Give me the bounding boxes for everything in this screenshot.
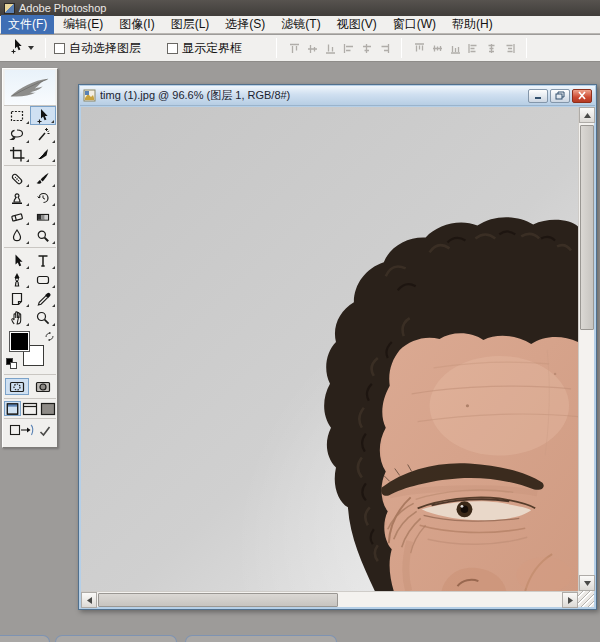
mini-background	[10, 362, 17, 369]
horizontal-scroll-thumb[interactable]	[98, 593, 338, 607]
type-tool[interactable]	[30, 251, 56, 270]
imageready-row	[4, 418, 56, 446]
flyout-indicator	[52, 304, 55, 307]
distribute-buttons-group	[410, 41, 518, 56]
eyedropper-tool[interactable]	[30, 289, 56, 308]
eraser-tool[interactable]	[4, 207, 30, 226]
slice-tool[interactable]	[30, 144, 56, 163]
app-titlebar: Adobe Photoshop	[0, 0, 600, 16]
menu-item-image[interactable]: 图像(I)	[112, 15, 161, 34]
scroll-up-button[interactable]	[579, 107, 595, 123]
edit-in-imageready-button[interactable]	[9, 422, 35, 442]
flyout-indicator	[52, 266, 55, 269]
menu-item-filter[interactable]: 滤镜(T)	[274, 15, 327, 34]
blur-tool[interactable]	[4, 226, 30, 245]
zoom-tool[interactable]	[30, 308, 56, 327]
align-left-edges-button	[340, 41, 356, 56]
flyout-indicator	[26, 304, 29, 307]
fullscreen-mode-button[interactable]	[40, 401, 57, 416]
photoshop-application: Adobe Photoshop 文件(F)编辑(E)图像(I)图层(L)选择(S…	[0, 0, 600, 642]
menu-item-help[interactable]: 帮助(H)	[445, 15, 500, 34]
vertical-scrollbar[interactable]	[578, 107, 594, 591]
separator	[401, 38, 402, 58]
hand-tool[interactable]	[4, 308, 30, 327]
flyout-indicator	[26, 323, 29, 326]
flyout-indicator	[26, 140, 29, 143]
vertical-scroll-thumb[interactable]	[580, 125, 594, 330]
standard-mode-button[interactable]	[5, 378, 29, 395]
move-tool[interactable]	[30, 106, 56, 125]
distribute-top-edges-button	[411, 41, 427, 56]
align-horizontal-centers-button	[358, 41, 374, 56]
document-title: timg (1).jpg @ 96.6% (图层 1, RGB/8#)	[100, 88, 526, 103]
flyout-indicator	[26, 184, 29, 187]
palette-tab-1[interactable]	[0, 635, 50, 642]
arrow-up-icon	[584, 113, 591, 118]
healing-brush-tool[interactable]	[4, 169, 30, 188]
flyout-indicator	[52, 241, 55, 244]
lasso-tool[interactable]	[4, 125, 30, 144]
align-bottom-edges-button	[322, 41, 338, 56]
close-button[interactable]	[572, 89, 592, 103]
resize-grip[interactable]	[578, 591, 594, 607]
swap-colors-icon[interactable]	[44, 331, 55, 342]
path-selection-tool[interactable]	[4, 251, 30, 270]
menu-item-edit[interactable]: 编辑(E)	[56, 15, 110, 34]
notes-tool[interactable]	[4, 289, 30, 308]
scroll-down-button[interactable]	[579, 575, 595, 591]
photoshop-feather-logo[interactable]	[4, 70, 56, 106]
flyout-indicator	[26, 203, 29, 206]
show-bounding-box-checkbox[interactable]	[167, 43, 178, 54]
brush-tool[interactable]	[30, 169, 56, 188]
crop-tool[interactable]	[4, 144, 30, 163]
dodge-tool[interactable]	[30, 226, 56, 245]
align-top-edges-button	[286, 41, 302, 56]
menu-item-select[interactable]: 选择(S)	[218, 15, 272, 34]
fullscreen-with-menubar-mode-button[interactable]	[22, 401, 39, 416]
distribute-bottom-edges-button	[447, 41, 463, 56]
flyout-indicator	[51, 120, 54, 123]
checkbox-group-show-bounding-box: 显示定界框	[167, 40, 242, 57]
pen-tool[interactable]	[4, 270, 30, 289]
separator	[45, 38, 46, 58]
flyout-indicator	[26, 285, 29, 288]
auto-select-layer-checkbox[interactable]	[54, 43, 65, 54]
default-colors-icon[interactable]	[6, 358, 18, 370]
menu-item-file[interactable]: 文件(F)	[1, 15, 54, 34]
arrow-down-icon	[584, 581, 591, 586]
toolbox-palette	[2, 68, 58, 448]
menu-item-view[interactable]: 视图(V)	[330, 15, 384, 34]
horizontal-scrollbar[interactable]	[81, 591, 578, 607]
menu-item-window[interactable]: 窗口(W)	[386, 15, 443, 34]
scroll-left-button[interactable]	[81, 592, 97, 608]
shape-tool[interactable]	[30, 270, 56, 289]
restore-button[interactable]	[550, 89, 570, 103]
document-titlebar[interactable]: timg (1).jpg @ 96.6% (图层 1, RGB/8#)	[80, 86, 595, 106]
minimize-button[interactable]	[528, 89, 548, 103]
rectangular-marquee-tool[interactable]	[4, 106, 30, 125]
palette-tab-3[interactable]	[185, 635, 337, 642]
photo-canvas[interactable]	[81, 107, 578, 591]
flyout-indicator	[52, 184, 55, 187]
gradient-tool[interactable]	[30, 207, 56, 226]
show-bounding-box-label: 显示定界框	[182, 40, 242, 57]
edit-mode-buttons	[4, 374, 56, 398]
quick-mask-mode-button[interactable]	[31, 378, 55, 395]
flyout-indicator	[26, 121, 29, 124]
distribute-right-edges-button	[501, 41, 517, 56]
menu-item-layer[interactable]: 图层(L)	[164, 15, 217, 34]
clone-stamp-tool[interactable]	[4, 188, 30, 207]
tool-preset-picker[interactable]	[6, 36, 37, 60]
palette-tab-2[interactable]	[55, 635, 177, 642]
magic-wand-tool[interactable]	[30, 125, 56, 144]
option-checkboxes: 自动选择图层显示定界框	[54, 40, 268, 57]
flyout-indicator	[26, 222, 29, 225]
standard-screen-mode-button[interactable]	[4, 401, 21, 416]
flyout-indicator	[52, 159, 55, 162]
scroll-right-button[interactable]	[562, 592, 578, 608]
foreground-color-swatch[interactable]	[9, 331, 30, 352]
flyout-indicator	[52, 323, 55, 326]
move-tool-icon	[9, 38, 25, 58]
flyout-indicator	[52, 285, 55, 288]
history-brush-tool[interactable]	[30, 188, 56, 207]
